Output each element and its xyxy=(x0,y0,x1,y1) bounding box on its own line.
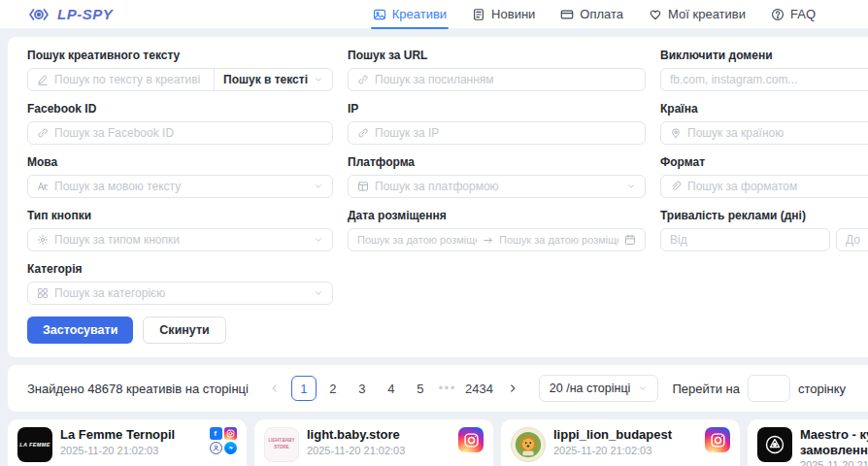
apply-button[interactable]: Застосувати xyxy=(27,316,133,344)
date-start-input[interactable] xyxy=(357,234,477,246)
chevron-down-icon xyxy=(314,288,323,298)
duration-to-input[interactable] xyxy=(846,233,868,247)
creative-card[interactable]: Maestro - кухні, меблі на замовлення в У… xyxy=(748,419,868,466)
page-button[interactable]: 1 xyxy=(291,376,317,401)
reset-button[interactable]: Скинути xyxy=(143,316,225,344)
chevron-down-icon xyxy=(314,235,323,245)
language-select[interactable] xyxy=(27,175,333,198)
location-pin-icon xyxy=(670,127,682,139)
platform-select[interactable] xyxy=(348,175,646,198)
heart-icon xyxy=(649,8,662,21)
avatar: LA FEMME xyxy=(17,427,52,462)
goto-prefix: Перейти на xyxy=(672,382,740,396)
nav-tab-payment[interactable]: Оплата xyxy=(560,0,623,29)
creative-card[interactable]: LIGHT.BABY STORE light.baby.store 2025-1… xyxy=(254,419,493,466)
logo-text: LP-SPY xyxy=(57,6,113,22)
platform-icons xyxy=(458,427,484,452)
news-icon xyxy=(472,8,485,21)
exclude-domains-input[interactable] xyxy=(670,73,868,86)
date-range-picker[interactable] xyxy=(348,228,646,251)
instagram-icon xyxy=(705,427,730,452)
platform-icons: f xyxy=(210,427,237,454)
goto-page-input[interactable] xyxy=(748,375,790,402)
field-label: Тип кнопки xyxy=(27,209,333,222)
creatives-grid: LA FEMME La Femme Ternopil 2025-11-20 21… xyxy=(8,419,860,466)
link-icon xyxy=(357,74,369,85)
page-button[interactable]: 3 xyxy=(350,376,375,401)
url-input[interactable] xyxy=(375,73,636,86)
country-input[interactable] xyxy=(687,126,868,140)
prev-page-button[interactable] xyxy=(262,376,287,401)
messenger-icon xyxy=(224,442,237,454)
paperclip-icon xyxy=(670,181,682,192)
filters-panel: Пошук креативного тексту Пошук в тексті xyxy=(8,37,868,357)
page-button[interactable]: 4 xyxy=(379,376,404,401)
filter-facebook-id: Facebook ID xyxy=(27,102,333,145)
pencil-icon xyxy=(37,74,49,85)
link-icon xyxy=(357,127,369,139)
field-label: Категорія xyxy=(27,262,333,276)
category-select[interactable] xyxy=(27,282,333,305)
button-type-select[interactable] xyxy=(27,228,333,251)
nav-tab-news[interactable]: Новини xyxy=(472,0,535,29)
page-button[interactable]: 5 xyxy=(408,376,433,401)
nav-tab-faq[interactable]: FAQ xyxy=(771,0,816,29)
filter-platform: Платформа xyxy=(348,155,646,198)
facebook-icon: f xyxy=(210,427,222,440)
field-label: Пошук за URL xyxy=(348,49,646,62)
last-page-button[interactable]: 2434 xyxy=(462,376,496,401)
maestro-avatar-graphic xyxy=(763,433,786,456)
language-input[interactable] xyxy=(54,180,308,193)
chevron-down-icon xyxy=(638,383,648,393)
creative-title: La Femme Ternopil xyxy=(60,427,202,443)
button-type-input[interactable] xyxy=(54,233,308,247)
filter-duration: Тривалість реклами (дні) xyxy=(660,209,868,251)
avatar-text: LIGHT.BABY STORE xyxy=(265,438,298,451)
nav-tab-my-creatives[interactable]: Мої креативи xyxy=(649,0,746,29)
platform-icons xyxy=(705,427,730,452)
facebook-id-input[interactable] xyxy=(54,126,323,140)
filter-placement-date: Дата розміщення xyxy=(348,209,646,251)
creative-text-input[interactable] xyxy=(54,73,205,86)
field-label: Дата розміщення xyxy=(348,209,646,222)
pagination-ellipsis[interactable]: ••• xyxy=(437,382,458,395)
avatar xyxy=(757,427,792,462)
filter-creative-text: Пошук креативного тексту Пошук в тексті xyxy=(27,49,333,91)
category-grid-icon xyxy=(37,287,49,299)
duration-from-input[interactable] xyxy=(670,233,820,247)
field-label: Пошук креативного тексту xyxy=(27,49,333,62)
next-page-button[interactable] xyxy=(500,376,525,401)
image-icon xyxy=(373,8,386,21)
field-label: Платформа xyxy=(348,155,646,169)
creative-date: 2025-11-20 21:02:03 xyxy=(307,445,451,456)
nav-label: Мої креативи xyxy=(668,7,746,21)
creative-title: lippi_lion_budapest xyxy=(553,427,697,443)
date-end-input[interactable] xyxy=(499,234,618,246)
results-bar: Знайдено 48678 креативів на сторінці 1 2… xyxy=(8,365,868,412)
page-button[interactable]: 2 xyxy=(320,376,346,401)
category-input[interactable] xyxy=(54,286,308,300)
creative-date: 2025-11-20 21:02:03 xyxy=(60,445,202,456)
search-mode-select[interactable]: Пошук в тексті xyxy=(214,68,333,91)
nav-label: Новини xyxy=(491,7,535,21)
filter-language: Мова xyxy=(27,155,333,198)
platform-input[interactable] xyxy=(375,180,620,193)
chevron-down-icon xyxy=(626,182,636,191)
filter-country: Країна xyxy=(660,102,868,145)
chevron-down-icon xyxy=(314,75,323,84)
format-input[interactable] xyxy=(687,180,868,193)
chevron-down-icon xyxy=(314,182,323,191)
gear-icon xyxy=(37,234,49,246)
arrow-right-icon xyxy=(483,235,493,246)
link-icon xyxy=(37,127,49,139)
creative-title: light.baby.store xyxy=(307,427,451,443)
search-mode-value: Пошук в тексті xyxy=(223,73,308,86)
ip-input[interactable] xyxy=(375,126,636,140)
translate-icon xyxy=(37,181,49,192)
creative-card[interactable]: lippi_lion_budapest 2025-11-20 21:02:03 … xyxy=(501,419,740,466)
creative-card[interactable]: LA FEMME La Femme Ternopil 2025-11-20 21… xyxy=(8,419,247,466)
nav-tab-creatives[interactable]: Креативи xyxy=(373,0,447,29)
page-size-select[interactable]: 20 /на сторінці xyxy=(539,375,659,402)
main-nav: Креативи Новини Оплата xyxy=(373,0,816,29)
logo[interactable]: LP-SPY xyxy=(27,6,113,22)
